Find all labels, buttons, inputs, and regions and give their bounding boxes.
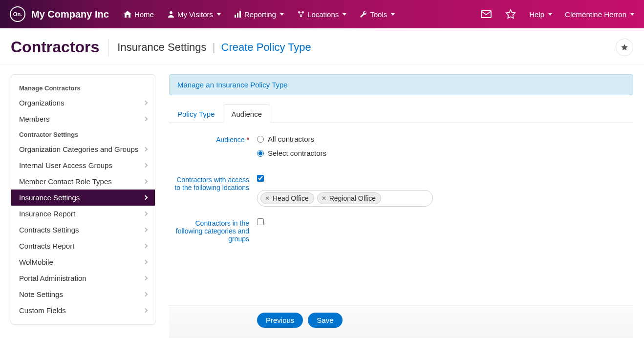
remove-tag-icon[interactable]: ✕ [322, 195, 326, 202]
nav-tools[interactable]: Tools [360, 10, 395, 19]
svg-rect-1 [235, 15, 236, 18]
sidebar: Manage Contractors OrganizationsMembers … [11, 74, 155, 325]
tab-policy-type[interactable]: Policy Type [169, 105, 223, 123]
chevron-right-icon [143, 117, 148, 122]
svg-rect-3 [239, 11, 241, 18]
chart-icon [235, 11, 241, 18]
chevron-right-icon [143, 147, 148, 152]
chevron-right-icon [143, 211, 148, 216]
categories-checkbox[interactable] [257, 218, 264, 225]
network-icon [298, 11, 304, 18]
sidebar-heading-manage: Manage Contractors [11, 81, 155, 95]
nav-home[interactable]: Home [124, 10, 154, 19]
nav-reporting[interactable]: Reporting [235, 10, 284, 19]
sidebar-item-contracts-report[interactable]: Contracts Report [11, 238, 155, 254]
categories-label: Contractors in the following categories … [169, 218, 257, 243]
svg-point-0 [170, 11, 172, 14]
sidebar-item-member-contact-role-types[interactable]: Member Contact Role Types [11, 173, 155, 190]
sidebar-item-organizations[interactable]: Organizations [11, 95, 155, 111]
sidebar-item-internal-user-access-groups[interactable]: Internal User Access Groups [11, 157, 155, 173]
nav-my-visitors[interactable]: My Visitors [168, 10, 221, 19]
page-header: Contractors Insurance Settings | Create … [0, 28, 644, 64]
sidebar-item-custom-fields[interactable]: Custom Fields [11, 302, 155, 318]
tab-bar: Policy Type Audience [169, 104, 633, 123]
location-tag[interactable]: ✕Head Office [260, 192, 314, 204]
chevron-right-icon [143, 228, 148, 232]
nav-user[interactable]: Clementine Herron [565, 10, 634, 19]
svg-rect-2 [237, 13, 238, 18]
chevron-right-icon [143, 276, 148, 281]
sidebar-item-organization-categories-and-groups[interactable]: Organization Categories and Groups [11, 141, 155, 157]
breadcrumb: Insurance Settings | Create Policy Type [117, 41, 311, 54]
breadcrumb-link[interactable]: Create Policy Type [221, 41, 311, 53]
star-icon[interactable] [505, 8, 516, 20]
person-icon [168, 11, 174, 18]
chevron-right-icon [143, 179, 148, 184]
page-title: Contractors [11, 38, 99, 56]
location-tag[interactable]: ✕Regional Office [317, 192, 381, 204]
sidebar-item-contracts-settings[interactable]: Contracts Settings [11, 222, 155, 238]
chevron-right-icon [143, 308, 148, 313]
chevron-right-icon [143, 163, 148, 168]
chevron-right-icon [143, 244, 148, 249]
logo-icon: On. [10, 6, 25, 22]
sidebar-item-insurance-report[interactable]: Insurance Report [11, 206, 155, 222]
top-nav: On. My Company Inc Home My Visitors Repo… [0, 0, 644, 28]
sidebar-item-members[interactable]: Members [11, 111, 155, 127]
sidebar-item-insurance-settings[interactable]: Insurance Settings [11, 190, 155, 206]
sidebar-heading-settings: Contractor Settings [11, 127, 155, 141]
chevron-right-icon [143, 195, 148, 200]
sidebar-item-portal-administration[interactable]: Portal Administration [11, 270, 155, 286]
favorite-button[interactable] [616, 39, 633, 56]
radio-all-contractors[interactable]: All contractors [257, 135, 633, 143]
nav-help[interactable]: Help [529, 10, 552, 19]
previous-button[interactable]: Previous [257, 313, 303, 328]
locations-checkbox[interactable] [257, 175, 264, 182]
sidebar-item-note-settings[interactable]: Note Settings [11, 286, 155, 302]
company-name: My Company Inc [31, 9, 109, 20]
nav-locations[interactable]: Locations [298, 10, 346, 19]
chevron-right-icon [143, 260, 148, 265]
wrench-icon [360, 11, 367, 18]
save-button[interactable]: Save [308, 313, 342, 328]
sidebar-item-wolmobile[interactable]: WolMobile [11, 254, 155, 270]
audience-label: Audience* [169, 135, 257, 163]
locations-tag-input[interactable]: ✕Head Office✕Regional Office [257, 190, 433, 207]
info-banner: Manage an Insurance Policy Type [169, 74, 633, 95]
tab-audience[interactable]: Audience [223, 105, 270, 123]
remove-tag-icon[interactable]: ✕ [265, 195, 270, 202]
form-footer: Previous Save [169, 305, 633, 338]
mail-icon[interactable] [480, 8, 492, 20]
locations-label: Contractors with access to the following… [169, 175, 257, 207]
radio-select-contractors[interactable]: Select contractors [257, 149, 633, 157]
chevron-right-icon [143, 101, 148, 106]
main-content: Manage an Insurance Policy Type Policy T… [169, 74, 633, 338]
chevron-right-icon [143, 292, 148, 297]
home-icon [124, 11, 131, 18]
